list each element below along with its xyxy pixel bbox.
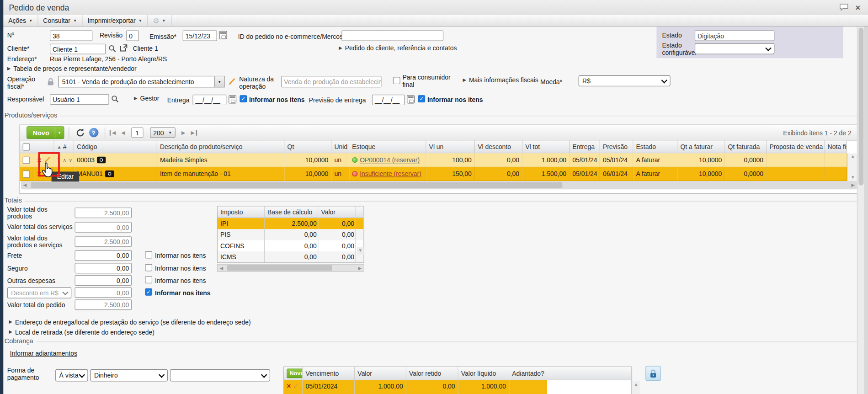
unid-header[interactable]: Unid — [331, 141, 349, 154]
pedido-cliente-link[interactable]: ▶ Pedido do cliente, referência e contat… — [339, 45, 457, 52]
entrega-informar-checkbox[interactable]: ✓ — [240, 95, 247, 102]
table-row[interactable]: COFINS 0,00 0,00 — [218, 240, 364, 251]
vl-un-header[interactable]: Vl un — [426, 141, 475, 154]
revisao-input[interactable]: 0 — [126, 31, 139, 41]
vl-desconto-header[interactable]: Vl desconto — [475, 141, 522, 154]
forma-pagamento-select-3[interactable] — [170, 369, 270, 382]
window-vertical-scrollbar[interactable] — [857, 16, 865, 394]
edit-pencil-icon[interactable] — [228, 77, 236, 87]
emissao-input[interactable]: 15/12/23 — [183, 31, 217, 41]
outras-informar-checkbox[interactable] — [145, 276, 152, 283]
last-page-icon[interactable]: ▶ — [188, 130, 197, 135]
calendar-icon[interactable] — [229, 95, 236, 103]
proposta-header[interactable]: Proposta de venda — [767, 141, 825, 154]
scrollbar-thumb[interactable] — [31, 182, 563, 188]
scroll-down-icon[interactable]: ▼ — [358, 249, 363, 253]
mais-info-fiscais-link[interactable]: ▶ Mais informações fiscais — [463, 77, 538, 84]
endereco-entrega-link[interactable]: ▶ Endereço de entrega/local de prestação… — [9, 319, 250, 326]
estado-configuravel-select[interactable] — [695, 43, 774, 54]
desconto-informar-checkbox[interactable]: ✓ — [145, 288, 152, 296]
vl-tot-header[interactable]: Vl tot — [522, 141, 570, 154]
codigo-header[interactable]: Código — [74, 141, 157, 154]
qt-a-faturar-header[interactable]: Qt a faturar — [677, 141, 725, 154]
scroll-right-icon[interactable]: ▶ — [356, 266, 364, 271]
desconto-tipo-select[interactable]: Desconto em R$ — [7, 288, 71, 298]
estoque-link[interactable]: OP000014 (reservar) — [360, 157, 420, 164]
scroll-down-icon[interactable]: ▼ — [851, 176, 855, 180]
estoque-link[interactable]: Insuficiente (reservar) — [360, 170, 421, 177]
menu-acoes[interactable]: Ações ▼ — [3, 15, 38, 26]
search-icon[interactable] — [111, 95, 119, 103]
valor-liquido-header[interactable]: Valor líquido — [458, 367, 509, 380]
gestor-link[interactable]: ▶ Gestor — [134, 95, 159, 102]
camera-icon[interactable] — [105, 170, 114, 177]
calendar-icon[interactable] — [407, 95, 415, 103]
tabela-precos-link[interactable]: ▶ Tabela de preços e representante/vende… — [7, 65, 137, 72]
scroll-left-icon[interactable]: ◀ — [218, 266, 225, 271]
previsao-informar-checkbox[interactable]: ✓ — [418, 95, 425, 102]
impostos-horizontal-scrollbar[interactable]: ◀ ▶ — [217, 264, 364, 272]
impostos-vertical-scrollbar[interactable]: ▼ — [357, 247, 364, 255]
moeda-select[interactable]: R$ — [579, 75, 671, 86]
external-link-icon[interactable] — [120, 44, 128, 53]
adiantado-header[interactable]: Adiantado? — [509, 367, 632, 380]
table-row[interactable]: × 2 ∧ ∨ MANU01 Item de manutenção - 01 1… — [20, 167, 847, 181]
next-page-icon[interactable]: ▶ — [179, 130, 188, 135]
select-all-checkbox[interactable] — [23, 143, 30, 150]
desconto-input[interactable]: 0,00 — [75, 288, 132, 298]
numero-input[interactable]: 38 — [50, 31, 92, 41]
parcelas-vertical-scrollbar[interactable]: ▲ — [632, 381, 640, 394]
menu-consultar[interactable]: Consultar ▼ — [38, 15, 82, 26]
menu-settings[interactable]: ⚙ ▼ — [148, 15, 171, 26]
grid-vertical-scrollbar[interactable]: ▲ ▼ — [847, 153, 858, 181]
prev-page-icon[interactable]: ◀ — [118, 130, 128, 135]
search-icon[interactable] — [108, 45, 116, 53]
operacao-fiscal-select[interactable]: 5101 - Venda de produção do estabelecime… — [58, 76, 225, 87]
menu-imprimir-exportar[interactable]: Imprimir/exportar ▼ — [83, 15, 148, 26]
page-number-input[interactable]: 1 — [131, 128, 144, 138]
move-down-icon[interactable]: ∨ — [69, 157, 72, 163]
ecommerce-input[interactable] — [341, 31, 443, 41]
row-checkbox[interactable] — [23, 156, 30, 164]
calendar-icon[interactable] — [219, 31, 227, 39]
frete-input[interactable]: 0,00 — [75, 250, 132, 261]
base-calculo-header[interactable]: Base de cálculo — [265, 207, 318, 218]
estoque-header[interactable]: Estoque — [349, 141, 426, 154]
entrega-date-input[interactable]: __/__/__ — [192, 95, 226, 105]
imposto-header[interactable]: Imposto — [218, 207, 265, 218]
grid-horizontal-scrollbar[interactable]: ◀ ▶ — [21, 181, 857, 189]
camera-icon[interactable] — [97, 157, 106, 164]
previsao-header[interactable]: Previsão — [600, 141, 634, 154]
vencimento-header[interactable]: Vencimento — [303, 367, 355, 380]
table-row[interactable]: PIS 0,00 0,00 — [218, 229, 364, 240]
estado-header[interactable]: Estado — [633, 141, 677, 154]
nota-fiscal-header[interactable]: Nota fiscal — [825, 141, 847, 154]
valor-header[interactable]: Valor — [355, 367, 406, 380]
scroll-up-icon[interactable]: ▲ — [851, 154, 855, 159]
table-row[interactable]: × 06/01/2024 1.500,00 0,00 1.500,00 — [284, 392, 632, 394]
valor-header[interactable]: Valor — [318, 207, 356, 218]
close-icon[interactable]: × — [855, 3, 860, 11]
scroll-right-icon[interactable]: ▶ — [849, 183, 857, 188]
page-size-select[interactable]: 200 ▼ — [150, 128, 176, 138]
scrollbar-thumb[interactable] — [858, 28, 863, 186]
consumidor-final-checkbox[interactable] — [393, 77, 400, 84]
table-row[interactable]: ICMS 0,00 0,00 — [218, 251, 364, 262]
scroll-up-icon[interactable]: ▲ — [634, 383, 639, 394]
move-up-icon[interactable]: ∧ — [63, 157, 66, 163]
scrollbar-thumb[interactable] — [227, 265, 332, 271]
informar-adiantamentos-link[interactable]: Informar adiantamentos — [10, 350, 77, 357]
natureza-input[interactable]: Venda de produção do estabelecimento — [281, 76, 381, 87]
refresh-icon[interactable] — [74, 127, 87, 138]
local-retirada-link[interactable]: ▶ Local de retirada (se diferente do end… — [9, 329, 154, 335]
forma-pagamento-select-2[interactable]: Dinheiro — [90, 369, 168, 382]
seguro-informar-checkbox[interactable] — [145, 264, 152, 272]
novo-parcela-button[interactable]: Novo — [287, 369, 303, 378]
novo-button[interactable]: Novo ▼ — [27, 126, 64, 139]
descricao-header[interactable]: Descrição do produto/serviço — [157, 141, 285, 154]
lock-parcelas-button[interactable] — [645, 366, 661, 381]
valor-retido-header[interactable]: Valor retido — [406, 367, 458, 380]
previsao-date-input[interactable]: __/__/__ — [372, 95, 405, 105]
qt-header[interactable]: Qt — [285, 141, 332, 154]
frete-informar-checkbox[interactable] — [145, 251, 152, 259]
